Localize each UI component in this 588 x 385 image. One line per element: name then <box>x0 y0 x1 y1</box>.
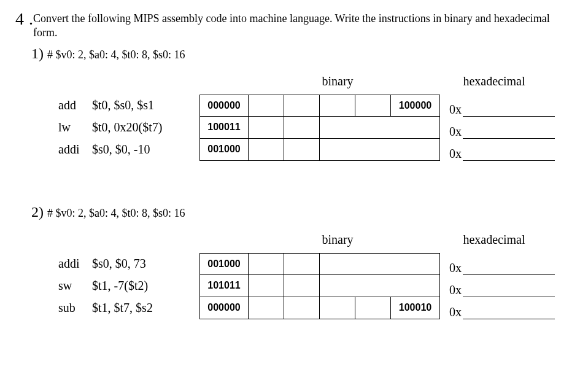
sub2-number: 2) <box>31 204 44 220</box>
hex-prefix: 0x <box>449 305 462 319</box>
rs-cell <box>249 117 284 138</box>
sub2-table: binary hexadecimal addi $s0, $0, 73 0010… <box>58 233 573 319</box>
mnemonic: addi <box>58 142 92 157</box>
question-header: 4 . Convert the following MIPS assembly … <box>15 9 573 41</box>
rs-cell <box>249 254 284 274</box>
hex-prefix: 0x <box>449 283 462 297</box>
rd-cell <box>320 297 355 319</box>
instruction: sub $t1, $t7, $s2 <box>58 301 199 315</box>
imm-cell <box>320 117 440 138</box>
sub1-text: # $v0: 2, $a0: 4, $t0: 8, $s0: 16 <box>47 49 185 61</box>
hex-line <box>463 122 555 139</box>
mnemonic: sub <box>58 301 92 315</box>
table-row: addi $s0, $0, 73 001000 0x <box>58 253 573 275</box>
sub1-header: 1) # $v0: 2, $a0: 4, $t0: 8, $s0: 16 <box>31 45 573 62</box>
binary-cells: 100011 <box>199 117 440 139</box>
table-row: sw $t1, -7($t2) 101011 0x <box>58 275 573 297</box>
operands: $s0, $0, -10 <box>92 142 199 157</box>
opcode-cell: 100011 <box>199 117 249 138</box>
instruction: sw $t1, -7($t2) <box>58 279 199 293</box>
hex-line <box>463 258 555 275</box>
hex-field: 0x <box>449 117 555 139</box>
sub1-header-row: binary hexadecimal <box>58 74 573 88</box>
operands: $t1, $t7, $s2 <box>92 301 199 315</box>
instruction: lw $t0, 0x20($t7) <box>58 120 199 134</box>
question-text: Convert the following MIPS assembly code… <box>33 12 573 41</box>
shamt-cell <box>355 297 391 319</box>
hex-line <box>463 302 555 319</box>
rt-cell <box>284 297 320 319</box>
sub2-header: 2) # $v0: 2, $a0: 4, $t0: 8, $s0: 16 <box>31 204 573 220</box>
rt-cell <box>284 275 320 297</box>
rs-cell <box>249 139 284 160</box>
rt-cell <box>284 117 320 138</box>
sub1-table: binary hexadecimal add $t0, $s0, $s1 000… <box>58 74 573 161</box>
operands: $t0, 0x20($t7) <box>92 120 199 134</box>
binary-cells: 001000 <box>199 139 440 161</box>
rs-cell <box>249 275 284 297</box>
shamt-cell <box>355 95 391 116</box>
instruction: add $t0, $s0, $s1 <box>58 98 199 112</box>
opcode-cell: 001000 <box>199 254 249 274</box>
operands: $s0, $0, 73 <box>92 257 199 271</box>
funct-cell: 100000 <box>391 95 440 116</box>
opcode-cell: 000000 <box>199 95 249 116</box>
hex-line <box>463 144 555 161</box>
hex-field: 0x <box>449 275 555 297</box>
hex-field: 0x <box>449 95 555 117</box>
rs-cell <box>249 95 284 116</box>
binary-header: binary <box>255 74 420 88</box>
opcode-cell: 101011 <box>199 275 249 297</box>
rd-cell <box>320 95 355 116</box>
binary-cells: 000000 100000 <box>199 95 440 117</box>
question-dot: . <box>29 9 33 29</box>
rt-cell <box>284 139 320 160</box>
sub1-number: 1) <box>31 45 44 62</box>
hex-header: hexadecimal <box>439 74 549 88</box>
sub2-text: # $v0: 2, $a0: 4, $t0: 8, $s0: 16 <box>47 207 185 220</box>
imm-cell <box>320 254 440 274</box>
table-row: add $t0, $s0, $s1 000000 100000 0x <box>58 95 573 117</box>
hex-prefix: 0x <box>449 147 462 161</box>
mnemonic: add <box>58 98 92 112</box>
instruction: addi $s0, $0, 73 <box>58 257 199 271</box>
mnemonic: sw <box>58 279 92 293</box>
rt-cell <box>284 95 320 116</box>
hex-prefix: 0x <box>449 103 462 117</box>
hex-prefix: 0x <box>449 261 462 275</box>
hex-header: hexadecimal <box>439 233 549 247</box>
mnemonic: addi <box>58 257 92 271</box>
table-row: addi $s0, $0, -10 001000 0x <box>58 139 573 161</box>
rt-cell <box>284 254 320 274</box>
hex-line <box>463 280 555 297</box>
mnemonic: lw <box>58 120 92 134</box>
opcode-cell: 001000 <box>199 139 249 160</box>
hex-field: 0x <box>449 297 555 319</box>
table-row: sub $t1, $t7, $s2 000000 100010 0x <box>58 297 573 319</box>
binary-header: binary <box>255 233 420 247</box>
imm-cell <box>320 139 440 160</box>
operands: $t0, $s0, $s1 <box>92 98 199 112</box>
question-number: 4 <box>15 9 24 29</box>
sub2-header-row: binary hexadecimal <box>58 233 573 247</box>
rs-cell <box>249 297 284 319</box>
imm-cell <box>320 275 440 297</box>
hex-field: 0x <box>449 139 555 161</box>
operands: $t1, -7($t2) <box>92 279 199 293</box>
hex-prefix: 0x <box>449 125 462 139</box>
binary-cells: 101011 <box>199 275 440 297</box>
binary-cells: 001000 <box>199 253 440 275</box>
hex-field: 0x <box>449 253 555 275</box>
table-row: lw $t0, 0x20($t7) 100011 0x <box>58 117 573 139</box>
instruction: addi $s0, $0, -10 <box>58 142 199 157</box>
opcode-cell: 000000 <box>199 297 249 319</box>
hex-line <box>463 99 555 117</box>
funct-cell: 100010 <box>391 297 440 319</box>
binary-cells: 000000 100010 <box>199 297 440 319</box>
